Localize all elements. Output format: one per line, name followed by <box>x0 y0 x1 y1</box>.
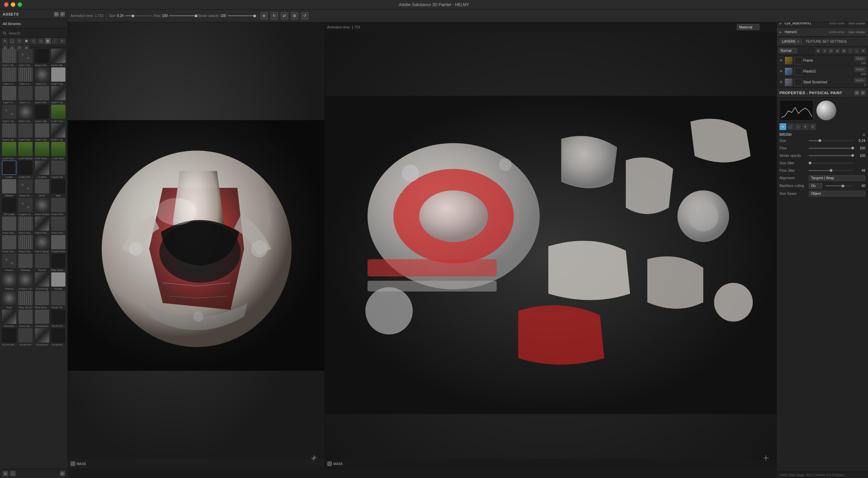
brush-backface-slider[interactable] <box>826 183 853 189</box>
tool-icon-2[interactable]: ◯ <box>9 38 15 44</box>
brush-size-thumb[interactable] <box>818 139 821 142</box>
maximize-button[interactable] <box>18 2 22 7</box>
properties-expand-icon[interactable]: ⊡ <box>854 90 859 95</box>
brush-alignment-dropdown[interactable]: Tangent | Wrap <box>809 175 865 181</box>
layers-tool-8[interactable]: ✕ <box>861 48 866 54</box>
assets-layout-icon[interactable]: ⊟ <box>54 12 59 17</box>
brush-backface-thumb[interactable] <box>842 185 844 187</box>
tool-icon-6[interactable]: ◻ <box>38 38 44 44</box>
viewport-right-material-dropdown[interactable]: Material <box>737 24 760 30</box>
asset-item-54[interactable]: Rice Brus... <box>34 291 50 309</box>
brush-expand-icon[interactable]: ⊞ <box>863 133 865 137</box>
asset-item-53[interactable]: Rice Brush <box>18 291 33 309</box>
asset-item-39[interactable]: Paint Roll... <box>51 216 66 234</box>
mask-button-left[interactable]: MASK <box>71 461 86 466</box>
asset-item-22[interactable]: Leaf Simp... <box>34 142 50 160</box>
brush-stroke-opacity-thumb[interactable] <box>851 154 854 157</box>
all-libraries-link[interactable]: All libraries <box>3 22 21 26</box>
layer-item-0[interactable]: 👁 Frame NMM- 100 <box>777 55 868 66</box>
asset-item-61[interactable]: Scratches <box>18 328 33 346</box>
stroke-opacity-slider-track[interactable] <box>228 15 255 16</box>
helmet-3d-view[interactable] <box>68 22 324 469</box>
layers-tab-close[interactable]: ✕ <box>797 40 800 43</box>
asset-item-26[interactable]: Leather <box>34 161 50 179</box>
asset-item-28[interactable]: Marker <box>1 179 17 197</box>
tool-icon-4[interactable]: ⬟ <box>23 38 29 44</box>
layers-tool-7[interactable]: ↓ <box>854 48 860 54</box>
asset-item-29[interactable]: Metal Sti... <box>18 179 33 197</box>
asset-item-34[interactable]: Paint Drops <box>34 198 50 216</box>
asset-item-44[interactable]: Pearls <box>1 254 17 272</box>
layer-eye-0[interactable]: 👁 <box>779 58 784 63</box>
uv-view[interactable] <box>324 32 776 469</box>
asset-item-43[interactable]: Pastel Bold <box>51 235 66 253</box>
layers-tool-4[interactable]: ⊘ <box>835 48 840 54</box>
search-input[interactable] <box>8 31 65 35</box>
asset-item-18[interactable]: Kyle's Sp... <box>34 123 50 141</box>
toolbar-btn-5[interactable]: ↺ <box>301 12 309 20</box>
asset-item-6[interactable]: Kyle's S... <box>34 67 50 85</box>
asset-item-30[interactable]: Mold <box>34 179 50 197</box>
tool-icon-9[interactable]: ≡ <box>59 38 65 44</box>
brush-stroke-opacity-slider[interactable] <box>809 153 853 158</box>
asset-item-33[interactable]: Organic S... <box>18 198 33 216</box>
brush-flow-jitter-thumb[interactable] <box>830 169 832 172</box>
brush-flow-jitter-slider[interactable] <box>809 168 853 173</box>
asset-item-23[interactable]: Leaf Swirl <box>51 142 66 160</box>
asset-item-47[interactable]: Pipe Rack... <box>51 254 66 272</box>
layers-tool-5[interactable]: ⊟ <box>841 48 847 54</box>
toolbar-btn-3[interactable]: ⇄ <box>281 12 288 20</box>
asset-item-41[interactable]: Paint Roll... <box>18 235 33 253</box>
properties-close-icon[interactable]: ✕ <box>861 90 865 95</box>
layer-item-2[interactable]: 👁 Steel Scratched Norm- 0 <box>777 77 868 88</box>
asset-item-62[interactable]: Scratches <box>34 328 50 346</box>
asset-item-55[interactable]: Road Sti... <box>51 291 66 309</box>
bottom-icon-2[interactable]: ↓ <box>10 471 16 476</box>
asset-item-12[interactable]: Kyle's Sp... <box>1 105 17 123</box>
flow-slider-track[interactable] <box>169 15 196 16</box>
asset-item-8[interactable]: Kyle's S... <box>1 86 17 104</box>
asset-item-7[interactable]: Kyle's Sp... <box>51 67 66 85</box>
layers-tool-1[interactable]: ⊕ <box>815 48 821 54</box>
prop-tab-square[interactable]: ◻ <box>794 123 801 130</box>
asset-item-21[interactable]: Leaf Massy <box>18 142 33 160</box>
asset-item-25[interactable]: Leaks He... <box>18 161 33 179</box>
asset-item-10[interactable]: Kyle's Re... <box>34 86 50 104</box>
asset-item-5[interactable]: Kyle's S... <box>18 67 33 85</box>
blend-mode-dropdown[interactable]: Normal <box>779 48 797 53</box>
layers-tool-6[interactable]: ↑ <box>848 48 853 54</box>
texture-set-item-1[interactable]: ▶ Helmet1 4096×4096 Main shader <box>777 28 868 37</box>
asset-item-38[interactable]: Paint Roll... <box>34 216 50 234</box>
size-slider-track[interactable] <box>125 15 152 16</box>
tool-icon-7[interactable]: ⊞ <box>45 38 51 44</box>
asset-item-35[interactable]: Paint Roll... <box>51 198 66 216</box>
asset-item-36[interactable]: Paint Roll... <box>1 216 17 234</box>
tool-icon-3[interactable]: ▽ <box>16 38 22 44</box>
asset-item-40[interactable]: Paint Roll... <box>1 235 17 253</box>
bottom-icon-1[interactable]: ⊕ <box>3 471 8 476</box>
brush-size-jitter-slider[interactable] <box>809 160 853 166</box>
prop-tab-circle[interactable]: ◯ <box>787 123 794 130</box>
prop-tab-star[interactable]: ★ <box>802 123 809 130</box>
tab-texture-set-settings[interactable]: TEXTURE SET SETTINGS <box>803 39 850 44</box>
layers-tool-3[interactable]: ⊡ <box>828 48 834 54</box>
minimize-button[interactable] <box>11 2 15 7</box>
tool-icon-5[interactable]: ⬡ <box>31 38 37 44</box>
asset-item-3[interactable]: Kyle's Re... <box>51 49 66 67</box>
toolbar-btn-1[interactable]: ⊕ <box>260 12 268 20</box>
asset-item-31[interactable]: Nail <box>51 179 66 197</box>
size-slider-thumb[interactable] <box>132 15 134 17</box>
close-button[interactable] <box>4 2 8 7</box>
layer-item-1[interactable]: 👁 PlasticG NMM- 100 <box>777 66 868 77</box>
texture-set-expand-1[interactable]: ▶ <box>780 30 782 34</box>
asset-item-15[interactable]: Leaf Curv... <box>51 105 66 123</box>
asset-item-37[interactable]: Paint Roll... <box>18 216 33 234</box>
layer-eye-1[interactable]: 👁 <box>779 69 784 74</box>
tool-icon-8[interactable]: ↓ <box>52 38 58 44</box>
asset-item-1[interactable]: Kyle's Re... <box>18 49 33 67</box>
asset-item-59[interactable]: Sci-Fi Sc... <box>51 310 66 328</box>
asset-item-4[interactable]: Kyle's S... <box>1 67 17 85</box>
asset-item-32[interactable]: Oil Leaks <box>1 198 17 216</box>
asset-item-42[interactable]: Paint Spray <box>34 235 50 253</box>
toolbar-btn-2[interactable]: ↻ <box>271 12 278 20</box>
